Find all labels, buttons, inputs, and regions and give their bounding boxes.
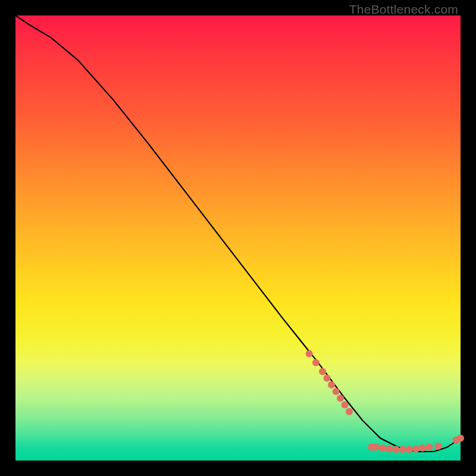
data-dot xyxy=(333,388,340,395)
chart-stage: TheBottleneck.com xyxy=(0,0,476,476)
data-dot xyxy=(393,446,400,453)
data-dot xyxy=(435,443,442,450)
data-dot xyxy=(319,368,326,375)
data-dot xyxy=(324,375,331,382)
data-dot xyxy=(328,381,335,389)
data-dot xyxy=(372,444,380,451)
data-dot xyxy=(399,446,406,453)
curve-layer xyxy=(15,15,461,461)
data-dot xyxy=(306,350,313,358)
data-dot xyxy=(412,446,419,453)
data-dot xyxy=(457,435,464,442)
data-dot xyxy=(406,446,413,453)
data-dot xyxy=(426,444,433,451)
data-dot xyxy=(386,446,393,453)
plot-area xyxy=(15,15,461,461)
data-dot xyxy=(337,394,344,402)
watermark-text: TheBottleneck.com xyxy=(349,2,458,17)
data-dots xyxy=(306,350,464,453)
data-dot xyxy=(312,359,320,366)
data-dot xyxy=(379,444,386,452)
data-dot xyxy=(419,444,426,452)
data-dot xyxy=(342,402,349,409)
data-dot xyxy=(346,408,353,415)
bottleneck-curve xyxy=(15,15,461,452)
